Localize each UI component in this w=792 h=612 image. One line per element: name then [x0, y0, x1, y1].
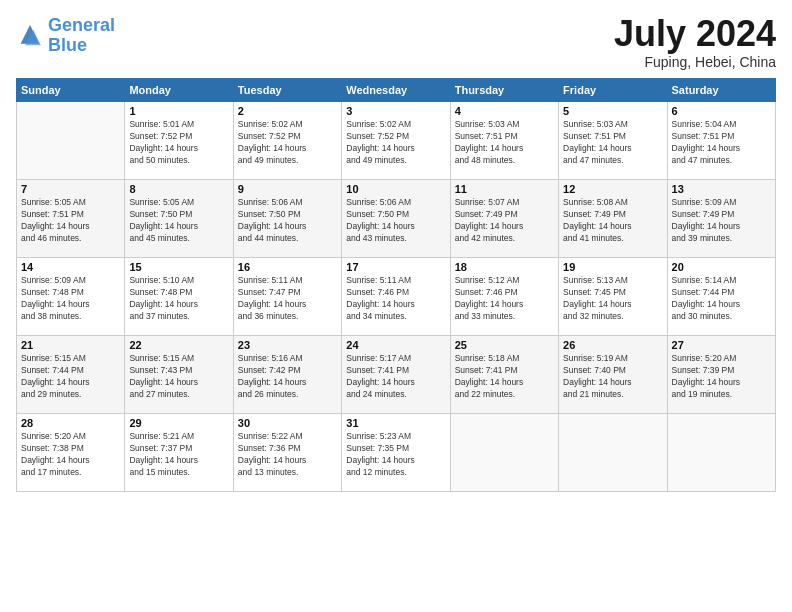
week-row-5: 28Sunrise: 5:20 AM Sunset: 7:38 PM Dayli… [17, 414, 776, 492]
calendar-cell: 5Sunrise: 5:03 AM Sunset: 7:51 PM Daylig… [559, 102, 667, 180]
column-header-wednesday: Wednesday [342, 79, 450, 102]
day-number: 14 [21, 261, 120, 273]
calendar-cell [667, 414, 775, 492]
day-number: 13 [672, 183, 771, 195]
calendar-cell: 17Sunrise: 5:11 AM Sunset: 7:46 PM Dayli… [342, 258, 450, 336]
day-info: Sunrise: 5:04 AM Sunset: 7:51 PM Dayligh… [672, 119, 771, 167]
day-number: 31 [346, 417, 445, 429]
day-info: Sunrise: 5:09 AM Sunset: 7:48 PM Dayligh… [21, 275, 120, 323]
calendar-cell: 21Sunrise: 5:15 AM Sunset: 7:44 PM Dayli… [17, 336, 125, 414]
day-number: 11 [455, 183, 554, 195]
calendar-cell [17, 102, 125, 180]
day-number: 20 [672, 261, 771, 273]
day-number: 12 [563, 183, 662, 195]
day-info: Sunrise: 5:05 AM Sunset: 7:51 PM Dayligh… [21, 197, 120, 245]
week-row-3: 14Sunrise: 5:09 AM Sunset: 7:48 PM Dayli… [17, 258, 776, 336]
calendar-cell: 22Sunrise: 5:15 AM Sunset: 7:43 PM Dayli… [125, 336, 233, 414]
header: General Blue July 2024 Fuping, Hebei, Ch… [16, 16, 776, 70]
day-number: 8 [129, 183, 228, 195]
day-info: Sunrise: 5:10 AM Sunset: 7:48 PM Dayligh… [129, 275, 228, 323]
day-info: Sunrise: 5:06 AM Sunset: 7:50 PM Dayligh… [346, 197, 445, 245]
calendar-cell [450, 414, 558, 492]
day-number: 17 [346, 261, 445, 273]
day-info: Sunrise: 5:06 AM Sunset: 7:50 PM Dayligh… [238, 197, 337, 245]
calendar-cell: 11Sunrise: 5:07 AM Sunset: 7:49 PM Dayli… [450, 180, 558, 258]
day-info: Sunrise: 5:03 AM Sunset: 7:51 PM Dayligh… [455, 119, 554, 167]
day-number: 4 [455, 105, 554, 117]
day-number: 21 [21, 339, 120, 351]
day-number: 10 [346, 183, 445, 195]
day-number: 24 [346, 339, 445, 351]
calendar-cell: 14Sunrise: 5:09 AM Sunset: 7:48 PM Dayli… [17, 258, 125, 336]
day-info: Sunrise: 5:07 AM Sunset: 7:49 PM Dayligh… [455, 197, 554, 245]
day-number: 23 [238, 339, 337, 351]
calendar-cell: 30Sunrise: 5:22 AM Sunset: 7:36 PM Dayli… [233, 414, 341, 492]
day-info: Sunrise: 5:09 AM Sunset: 7:49 PM Dayligh… [672, 197, 771, 245]
calendar-cell: 23Sunrise: 5:16 AM Sunset: 7:42 PM Dayli… [233, 336, 341, 414]
logo-text: General Blue [48, 16, 115, 56]
day-number: 18 [455, 261, 554, 273]
day-info: Sunrise: 5:21 AM Sunset: 7:37 PM Dayligh… [129, 431, 228, 479]
subtitle: Fuping, Hebei, China [614, 54, 776, 70]
day-info: Sunrise: 5:11 AM Sunset: 7:47 PM Dayligh… [238, 275, 337, 323]
calendar-cell: 8Sunrise: 5:05 AM Sunset: 7:50 PM Daylig… [125, 180, 233, 258]
day-number: 6 [672, 105, 771, 117]
day-number: 2 [238, 105, 337, 117]
calendar-cell: 25Sunrise: 5:18 AM Sunset: 7:41 PM Dayli… [450, 336, 558, 414]
title-block: July 2024 Fuping, Hebei, China [614, 16, 776, 70]
header-row: SundayMondayTuesdayWednesdayThursdayFrid… [17, 79, 776, 102]
day-info: Sunrise: 5:18 AM Sunset: 7:41 PM Dayligh… [455, 353, 554, 401]
day-info: Sunrise: 5:19 AM Sunset: 7:40 PM Dayligh… [563, 353, 662, 401]
column-header-monday: Monday [125, 79, 233, 102]
day-number: 27 [672, 339, 771, 351]
week-row-2: 7Sunrise: 5:05 AM Sunset: 7:51 PM Daylig… [17, 180, 776, 258]
calendar-cell: 3Sunrise: 5:02 AM Sunset: 7:52 PM Daylig… [342, 102, 450, 180]
day-info: Sunrise: 5:17 AM Sunset: 7:41 PM Dayligh… [346, 353, 445, 401]
calendar-cell: 7Sunrise: 5:05 AM Sunset: 7:51 PM Daylig… [17, 180, 125, 258]
calendar-cell: 26Sunrise: 5:19 AM Sunset: 7:40 PM Dayli… [559, 336, 667, 414]
day-info: Sunrise: 5:22 AM Sunset: 7:36 PM Dayligh… [238, 431, 337, 479]
day-info: Sunrise: 5:13 AM Sunset: 7:45 PM Dayligh… [563, 275, 662, 323]
day-number: 5 [563, 105, 662, 117]
column-header-thursday: Thursday [450, 79, 558, 102]
calendar-cell: 29Sunrise: 5:21 AM Sunset: 7:37 PM Dayli… [125, 414, 233, 492]
calendar-cell: 12Sunrise: 5:08 AM Sunset: 7:49 PM Dayli… [559, 180, 667, 258]
day-number: 25 [455, 339, 554, 351]
calendar-cell: 18Sunrise: 5:12 AM Sunset: 7:46 PM Dayli… [450, 258, 558, 336]
calendar-cell: 10Sunrise: 5:06 AM Sunset: 7:50 PM Dayli… [342, 180, 450, 258]
calendar-cell [559, 414, 667, 492]
calendar-cell: 16Sunrise: 5:11 AM Sunset: 7:47 PM Dayli… [233, 258, 341, 336]
day-info: Sunrise: 5:23 AM Sunset: 7:35 PM Dayligh… [346, 431, 445, 479]
calendar-cell: 6Sunrise: 5:04 AM Sunset: 7:51 PM Daylig… [667, 102, 775, 180]
calendar-cell: 28Sunrise: 5:20 AM Sunset: 7:38 PM Dayli… [17, 414, 125, 492]
day-number: 22 [129, 339, 228, 351]
day-info: Sunrise: 5:03 AM Sunset: 7:51 PM Dayligh… [563, 119, 662, 167]
day-number: 26 [563, 339, 662, 351]
day-info: Sunrise: 5:11 AM Sunset: 7:46 PM Dayligh… [346, 275, 445, 323]
day-info: Sunrise: 5:16 AM Sunset: 7:42 PM Dayligh… [238, 353, 337, 401]
day-number: 15 [129, 261, 228, 273]
day-number: 29 [129, 417, 228, 429]
column-header-friday: Friday [559, 79, 667, 102]
day-info: Sunrise: 5:08 AM Sunset: 7:49 PM Dayligh… [563, 197, 662, 245]
day-info: Sunrise: 5:01 AM Sunset: 7:52 PM Dayligh… [129, 119, 228, 167]
day-number: 16 [238, 261, 337, 273]
calendar-cell: 27Sunrise: 5:20 AM Sunset: 7:39 PM Dayli… [667, 336, 775, 414]
day-number: 9 [238, 183, 337, 195]
day-number: 3 [346, 105, 445, 117]
calendar-cell: 15Sunrise: 5:10 AM Sunset: 7:48 PM Dayli… [125, 258, 233, 336]
logo: General Blue [16, 16, 115, 56]
day-info: Sunrise: 5:02 AM Sunset: 7:52 PM Dayligh… [238, 119, 337, 167]
logo-icon [16, 22, 44, 50]
page-container: General Blue July 2024 Fuping, Hebei, Ch… [0, 0, 792, 612]
day-info: Sunrise: 5:20 AM Sunset: 7:39 PM Dayligh… [672, 353, 771, 401]
calendar-cell: 20Sunrise: 5:14 AM Sunset: 7:44 PM Dayli… [667, 258, 775, 336]
week-row-4: 21Sunrise: 5:15 AM Sunset: 7:44 PM Dayli… [17, 336, 776, 414]
calendar-cell: 13Sunrise: 5:09 AM Sunset: 7:49 PM Dayli… [667, 180, 775, 258]
calendar-cell: 4Sunrise: 5:03 AM Sunset: 7:51 PM Daylig… [450, 102, 558, 180]
column-header-tuesday: Tuesday [233, 79, 341, 102]
main-title: July 2024 [614, 16, 776, 52]
calendar-cell: 24Sunrise: 5:17 AM Sunset: 7:41 PM Dayli… [342, 336, 450, 414]
day-number: 19 [563, 261, 662, 273]
day-number: 28 [21, 417, 120, 429]
